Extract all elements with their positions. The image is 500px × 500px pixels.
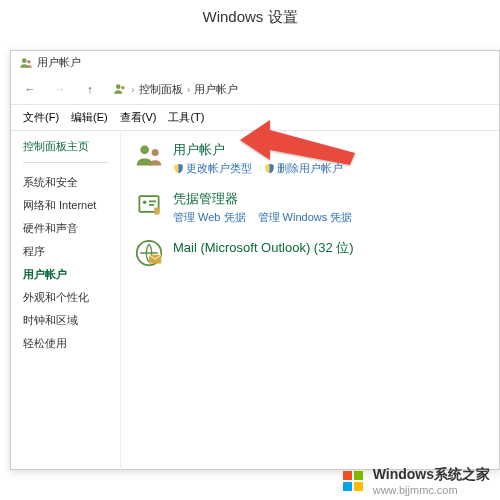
change-account-type-link[interactable]: 更改帐户类型 <box>173 161 252 176</box>
user-accounts-small-icon <box>113 82 127 96</box>
credential-manager-icon <box>135 190 163 218</box>
category-credential-manager: 凭据管理器 管理 Web 凭据 管理 Windows 凭据 <box>135 190 485 225</box>
remove-user-account-link[interactable]: 删除用户帐户 <box>264 161 343 176</box>
category-user-accounts: 用户帐户 更改帐户类型 删除用户帐户 <box>135 141 485 176</box>
sidebar-item-users[interactable]: 用户帐户 <box>23 263 108 286</box>
forward-button[interactable]: → <box>49 78 71 100</box>
sidebar-item-system[interactable]: 系统和安全 <box>23 171 108 194</box>
content-area: 控制面板主页 系统和安全 网络和 Internet 硬件和声音 程序 用户帐户 … <box>11 131 499 474</box>
svg-rect-16 <box>343 482 352 491</box>
sidebar-item-clock[interactable]: 时钟和区域 <box>23 309 108 332</box>
link-label: 更改帐户类型 <box>186 161 252 176</box>
svg-point-1 <box>27 60 31 64</box>
main-panel: 用户帐户 更改帐户类型 删除用户帐户 <box>121 131 499 474</box>
watermark-brand: Windows <box>373 466 434 482</box>
svg-point-2 <box>116 84 121 89</box>
svg-rect-11 <box>154 208 159 215</box>
credential-manager-title[interactable]: 凭据管理器 <box>173 190 485 208</box>
menubar: 文件(F) 编辑(E) 查看(V) 工具(T) <box>11 105 499 131</box>
svg-rect-10 <box>149 204 154 206</box>
back-button[interactable]: ← <box>19 78 41 100</box>
sidebar-item-ease[interactable]: 轻松使用 <box>23 332 108 355</box>
breadcrumb-user-accounts[interactable]: 用户帐户 <box>194 82 238 97</box>
svg-point-4 <box>140 145 149 154</box>
svg-rect-15 <box>354 471 363 480</box>
settings-header: Windows 设置 <box>0 0 500 35</box>
menu-file[interactable]: 文件(F) <box>19 108 63 127</box>
svg-rect-17 <box>354 482 363 491</box>
svg-point-8 <box>143 201 147 205</box>
sidebar-item-appearance[interactable]: 外观和个性化 <box>23 286 108 309</box>
shield-icon <box>173 163 184 174</box>
svg-point-5 <box>152 149 159 156</box>
control-panel-window: 用户帐户 ← → ↑ › 控制面板 › 用户帐户 文件(F) 编辑(E) 查看(… <box>10 50 500 470</box>
mail-title[interactable]: Mail (Microsoft Outlook) (32 位) <box>173 239 485 257</box>
menu-view[interactable]: 查看(V) <box>116 108 161 127</box>
link-label: 删除用户帐户 <box>277 161 343 176</box>
titlebar: 用户帐户 <box>11 51 499 74</box>
link-label: 管理 Windows 凭据 <box>258 210 353 225</box>
sidebar-item-programs[interactable]: 程序 <box>23 240 108 263</box>
user-accounts-icon <box>19 56 33 70</box>
svg-rect-14 <box>343 471 352 480</box>
navbar: ← → ↑ › 控制面板 › 用户帐户 <box>11 74 499 105</box>
sidebar: 控制面板主页 系统和安全 网络和 Internet 硬件和声音 程序 用户帐户 … <box>11 131 121 474</box>
manage-web-credentials-link[interactable]: 管理 Web 凭据 <box>173 210 246 225</box>
window-title: 用户帐户 <box>37 55 81 70</box>
mail-icon <box>135 239 163 267</box>
menu-tools[interactable]: 工具(T) <box>164 108 208 127</box>
link-label: 管理 Web 凭据 <box>173 210 246 225</box>
watermark-suffix: 系统之家 <box>434 466 490 482</box>
breadcrumb: › 控制面板 › 用户帐户 <box>109 82 238 97</box>
menu-edit[interactable]: 编辑(E) <box>67 108 112 127</box>
breadcrumb-sep: › <box>129 83 137 95</box>
svg-point-3 <box>121 86 125 90</box>
user-accounts-category-icon <box>135 141 163 169</box>
manage-windows-credentials-link[interactable]: 管理 Windows 凭据 <box>258 210 353 225</box>
user-accounts-title[interactable]: 用户帐户 <box>173 141 485 159</box>
up-button[interactable]: ↑ <box>79 78 101 100</box>
sidebar-divider <box>23 162 108 163</box>
windows-logo-icon <box>341 469 365 493</box>
breadcrumb-control-panel[interactable]: 控制面板 <box>139 82 183 97</box>
breadcrumb-sep: › <box>185 83 193 95</box>
sidebar-home[interactable]: 控制面板主页 <box>23 139 108 154</box>
category-mail: Mail (Microsoft Outlook) (32 位) <box>135 239 485 267</box>
shield-icon <box>264 163 275 174</box>
sidebar-item-hardware[interactable]: 硬件和声音 <box>23 217 108 240</box>
svg-rect-9 <box>149 201 156 203</box>
watermark: Windows系统之家 www.bjjmmc.com <box>331 462 500 500</box>
sidebar-item-network[interactable]: 网络和 Internet <box>23 194 108 217</box>
watermark-url: www.bjjmmc.com <box>373 484 490 496</box>
svg-point-0 <box>22 58 27 63</box>
